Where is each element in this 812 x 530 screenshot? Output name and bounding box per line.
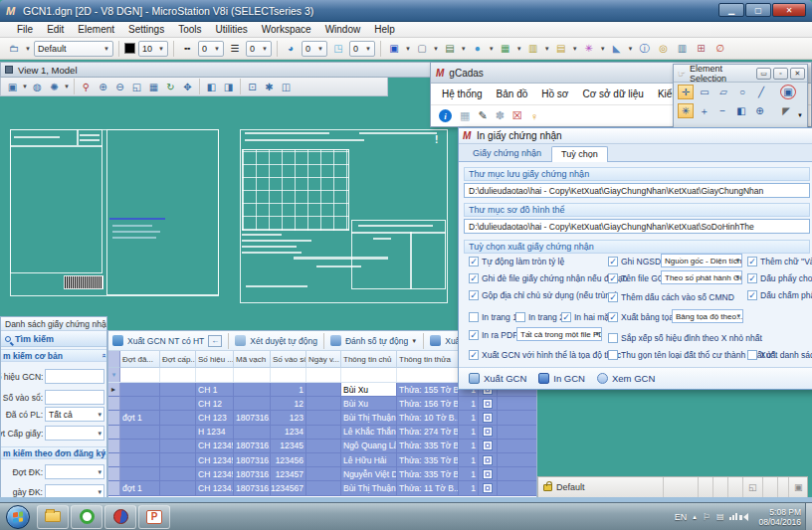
table-row[interactable]: CH 123456 1807316... 123456 Lê Hữu Hải T…: [108, 453, 536, 467]
row-selector[interactable]: [108, 397, 120, 411]
so-hieu-gcn-input[interactable]: [45, 369, 104, 384]
grid-tool-icon[interactable]: ⊞: [694, 42, 710, 56]
auto-review-button[interactable]: Xét duyệt tự động: [250, 336, 317, 346]
column-header[interactable]: Mã vạch: [234, 351, 271, 368]
notebook-tool-icon[interactable]: ▤: [442, 42, 458, 56]
checkbox-real-coords[interactable]: Xuất GCN với hình thể là tọa độ thực: [469, 350, 621, 360]
pdf-mode-combo[interactable]: Tất cả trong một file PDF: [516, 327, 602, 341]
tray-expand-icon[interactable]: ▴: [693, 513, 697, 521]
row-detail-button[interactable]: [479, 440, 498, 453]
status-toggle-icon[interactable]: ▣: [789, 477, 807, 497]
row-selector[interactable]: [108, 426, 120, 440]
zoom-in-icon[interactable]: ⊕: [96, 80, 110, 94]
maximize-button[interactable]: ▢: [745, 3, 771, 17]
checkbox-ghi-ngsd[interactable]: Ghi NGSD: [608, 257, 661, 266]
menu-item[interactable]: Workspace: [255, 24, 318, 35]
line-style-combo[interactable]: 0 ▼: [198, 41, 224, 57]
filename-combo[interactable]: Theo số phát hành GCN: [661, 270, 742, 284]
row-selector[interactable]: [108, 467, 120, 481]
checkbox-dot-separator[interactable]: Dấu chấm phân ngà: [747, 290, 812, 300]
rotate-view-icon[interactable]: ↻: [163, 80, 178, 94]
select-overlap-tool[interactable]: ⊕: [752, 103, 768, 118]
language-indicator[interactable]: EN: [675, 512, 688, 522]
column-header[interactable]: Thông tin chủ: [341, 351, 397, 368]
ngsd-combo[interactable]: Nguồn gốc - Diện tích: [661, 254, 742, 267]
column-header[interactable]: Số hiệu ...: [196, 351, 234, 368]
link-view-icon[interactable]: ◫: [279, 80, 294, 94]
so-vao-so-input[interactable]: [45, 390, 104, 405]
checkbox-comma-area[interactable]: Dấu phẩy cho diện t: [747, 273, 812, 283]
tab-tuy-chon[interactable]: Tuỳ chọn: [551, 146, 608, 162]
locate-icon[interactable]: ♀: [530, 110, 538, 122]
database-tool-icon[interactable]: ▥: [525, 42, 541, 56]
search-folder-icon[interactable]: ◎: [656, 42, 672, 56]
group-registration-search[interactable]: m kiếm theo đơn đăng ký »: [1, 446, 107, 459]
checkbox-overwrite[interactable]: Ghi đè file giấy chứng nhận nếu đã tạo: [469, 273, 628, 283]
priority-combo[interactable]: 0 ▼: [349, 41, 375, 57]
select-inside-tool[interactable]: ◧: [733, 103, 749, 118]
line-weight-icon[interactable]: ☰: [227, 42, 243, 56]
checkbox-cmnd-space[interactable]: Thêm dấu cách vào số CMND: [608, 292, 734, 302]
select-shape-tool[interactable]: ▱: [715, 85, 731, 99]
select-individual-tool[interactable]: ✳: [678, 103, 694, 118]
view-brightness-icon[interactable]: ✺: [47, 80, 62, 94]
table-row[interactable]: CH 12345 1807316... 12345 Ngô Quang Lãnh…: [108, 440, 536, 453]
gcadas-menu-item[interactable]: Hệ thống: [435, 88, 490, 99]
disable-tool-icon[interactable]: ∅: [712, 42, 728, 56]
view-properties-icon[interactable]: ✱: [262, 80, 277, 94]
network-icon[interactable]: [729, 513, 737, 520]
folder-save-path-input[interactable]: D:\dulieudaotao\hai - Copy\KetXuat\GiayC…: [464, 183, 810, 198]
menu-item[interactable]: Element: [71, 24, 121, 35]
checkbox-merge-addr[interactable]: Gộp địa chỉ chủ sử dụng (nếu trùng): [469, 290, 618, 300]
color-combo[interactable]: 10 ▼: [138, 41, 168, 57]
taskbar-green-app-button[interactable]: [71, 505, 102, 529]
render-mode-icon[interactable]: ◍: [30, 80, 45, 94]
view-previous-icon[interactable]: ◧: [204, 80, 219, 94]
column-header[interactable]: Đợt đă...: [120, 351, 160, 368]
dialog-title-bar[interactable]: M In giấy chứng nhận: [459, 128, 812, 144]
row-selector[interactable]: [108, 440, 120, 453]
collapse-chevron-icon[interactable]: »: [99, 450, 107, 454]
taskbar-powerpoint-button[interactable]: P: [138, 505, 170, 529]
view-gcn-button[interactable]: Xem GCN: [597, 373, 655, 384]
view-display-icon[interactable]: ▣: [5, 80, 20, 94]
view-next-icon[interactable]: ◨: [221, 80, 236, 94]
dot-cap-giay-combo[interactable]: [45, 426, 104, 441]
menu-item[interactable]: Settings: [121, 24, 171, 35]
info-tool-icon[interactable]: ⓘ: [637, 42, 653, 56]
row-selector[interactable]: [108, 453, 120, 467]
copy-view-icon[interactable]: ⊡: [245, 80, 260, 94]
primary-tools-icon[interactable]: ▣: [386, 42, 402, 56]
expand-caret-icon[interactable]: ▼: [797, 112, 803, 118]
checkbox-in-hai-mat[interactable]: In hai mặt: [561, 312, 611, 322]
row-selector[interactable]: [108, 383, 120, 397]
transparency-combo[interactable]: 0 ▼: [302, 41, 327, 57]
collapse-chevron-icon[interactable]: »: [99, 353, 107, 357]
gcadas-menu-item[interactable]: Bản đồ: [490, 88, 535, 99]
panel-tool-icon[interactable]: ▥: [675, 42, 691, 56]
tab-giay-chung-nhan[interactable]: Giấy chứng nhận: [463, 145, 551, 161]
table-row[interactable]: đợt 1 CH 123 1807316... 123 Bùi Thị Thuậ…: [108, 411, 536, 425]
auto-number-button[interactable]: Đánh số tự động ▼: [345, 336, 417, 346]
levels-tool-icon[interactable]: ▤: [553, 42, 569, 56]
taskbar-gcadas-button[interactable]: [104, 505, 136, 529]
checkbox-in-trang-1[interactable]: In trang 1: [469, 312, 517, 322]
select-circle-tool[interactable]: ○: [734, 85, 750, 99]
restore-button[interactable]: ▫: [773, 68, 788, 80]
coord-table-combo[interactable]: Bảng tọa độ theo...: [672, 309, 743, 323]
main-title-bar[interactable]: M GCN1.dgn [2D - V8 DGN] - MicroStation …: [0, 0, 812, 22]
close-button[interactable]: ✕: [772, 3, 806, 17]
column-header[interactable]: Thông tin thửa: [397, 351, 459, 368]
row-detail-button[interactable]: [479, 397, 498, 411]
menu-item[interactable]: Utilities: [209, 24, 255, 35]
checkbox-round-scale[interactable]: Tự động làm tròn tỷ lệ: [469, 257, 564, 266]
import-arrow-button[interactable]: ←: [208, 335, 222, 347]
column-header[interactable]: Số vào sổ: [271, 351, 306, 368]
checkbox-in-ra-pdf[interactable]: In ra PDF: [469, 330, 517, 340]
pin-view-icon[interactable]: ⚲: [79, 80, 94, 94]
priority-icon[interactable]: ◳: [330, 42, 346, 56]
checkbox-sort-x[interactable]: Sắp xếp số hiệu đỉnh theo X nhỏ nhất: [608, 333, 762, 343]
delete-layer-icon[interactable]: ☒: [512, 109, 522, 122]
column-header[interactable]: Đợt cấp...: [160, 351, 196, 368]
menu-item[interactable]: Help: [367, 24, 402, 35]
